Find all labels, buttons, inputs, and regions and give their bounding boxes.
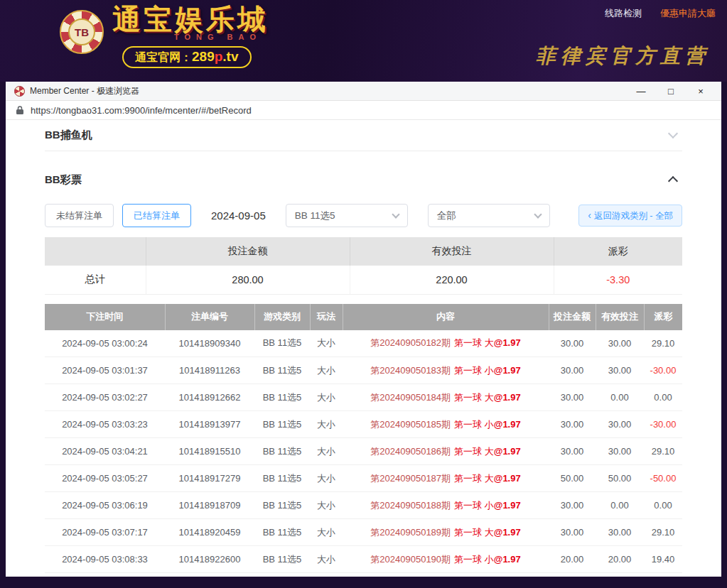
- cell-game-type: BB 11选5: [254, 519, 310, 546]
- bet-record-page: BB捕鱼机 BB彩票 未结算注单 已结算注单 2024-09-05 BB 11选…: [6, 120, 721, 576]
- cell-time: 2024-09-05 03:05:27: [45, 465, 165, 492]
- section-title-lottery: BB彩票: [45, 173, 82, 187]
- close-button[interactable]: ×: [686, 82, 716, 101]
- col-header-game: 游戏类别: [254, 304, 310, 330]
- chevron-down-icon[interactable]: [668, 128, 678, 138]
- summary-header-payout: 派彩: [554, 237, 682, 266]
- table-row: 2024-09-05 03:01:37 101418911263 BB 11选5…: [45, 357, 682, 384]
- cell-time: 2024-09-05 03:01:37: [45, 357, 165, 384]
- cell-content: 第202409050183期第一球 小@1.97: [343, 357, 549, 384]
- section-bb-fishing[interactable]: BB捕鱼机: [45, 120, 682, 151]
- cell-bet-amount: 30.00: [549, 384, 596, 411]
- cell-time: 2024-09-05 03:07:17: [45, 519, 165, 546]
- cell-order-number: 101418911263: [165, 357, 254, 384]
- cell-play-type: 大小: [310, 546, 343, 573]
- cell-bet-amount: 30.00: [549, 357, 596, 384]
- summary-total-label: 总计: [45, 266, 146, 294]
- table-row: 2024-09-05 03:05:27 101418917279 BB 11选5…: [45, 465, 682, 492]
- back-to-category-button[interactable]: ‹返回游戏类别 - 全部: [578, 205, 682, 227]
- cell-game-type: BB 11选5: [254, 357, 310, 384]
- casino-chip-icon: TB: [60, 10, 104, 54]
- cell-payout: 29.10: [644, 330, 682, 357]
- unsettled-bets-button[interactable]: 未结算注单: [45, 204, 114, 227]
- date-picker[interactable]: 2024-09-05: [211, 209, 266, 222]
- cell-content: 第202409050185期第一球 小@1.97: [343, 411, 549, 438]
- official-site-badge: 通宝官网：289p.tv: [122, 46, 252, 68]
- table-row: 2024-09-05 03:04:21 101418915510 BB 11选5…: [45, 438, 682, 465]
- line-check-link[interactable]: 线路检测: [605, 8, 642, 18]
- game-type-select[interactable]: BB 11选5: [286, 204, 408, 227]
- cell-bet-amount: 30.00: [549, 519, 596, 546]
- bet-pick: 第一球 大@1.97: [454, 337, 521, 348]
- cell-time: 2024-09-05 03:04:21: [45, 438, 165, 465]
- url-text[interactable]: https://tongbao31.com:9900/infe/mcenter/…: [31, 105, 252, 116]
- cell-order-number: 101418917279: [165, 465, 254, 492]
- cell-bet-amount: 30.00: [549, 438, 596, 465]
- cell-valid-bet: 30.00: [596, 438, 644, 465]
- section-bb-lottery[interactable]: BB彩票: [45, 164, 682, 195]
- summary-header-valid: 有效投注: [350, 237, 554, 266]
- bet-period: 第202409050190期: [370, 554, 451, 565]
- address-bar[interactable]: https://tongbao31.com:9900/infe/mcenter/…: [6, 101, 721, 120]
- chevron-up-icon[interactable]: [668, 176, 678, 186]
- cell-bet-amount: 20.00: [549, 546, 596, 573]
- filter-toolbar: 未结算注单 已结算注单 2024-09-05 BB 11选5 全部 ‹返回游戏类…: [45, 204, 682, 227]
- bet-period: 第202409050182期: [370, 337, 451, 348]
- official-site-tv: .tv: [222, 49, 238, 64]
- cell-payout: 0.00: [644, 492, 682, 519]
- cell-play-type: 大小: [310, 357, 343, 384]
- cell-bet-amount: 50.00: [549, 465, 596, 492]
- cell-time: 2024-09-05 03:03:23: [45, 411, 165, 438]
- cell-order-number: 101418920459: [165, 519, 254, 546]
- cell-order-number: 101418913977: [165, 411, 254, 438]
- cell-time: 2024-09-05 03:00:24: [45, 330, 165, 357]
- summary-table: 投注金额 有效投注 派彩 总计 280.00 220.00 -3.30: [45, 237, 682, 295]
- bet-period: 第202409050184期: [370, 392, 451, 403]
- official-site-label: 通宝官网：: [135, 51, 192, 63]
- table-header-row: 下注时间 注单编号 游戏类别 玩法 内容 投注金额 有效投注 派彩: [45, 304, 682, 330]
- bet-odds: @1.97: [494, 419, 521, 430]
- cell-play-type: 大小: [310, 384, 343, 411]
- cell-game-type: BB 11选5: [254, 411, 310, 438]
- cell-play-type: 大小: [310, 330, 343, 357]
- cell-game-type: BB 11选5: [254, 384, 310, 411]
- bet-record-table: 下注时间 注单编号 游戏类别 玩法 内容 投注金额 有效投注 派彩 2024-0…: [45, 304, 682, 574]
- bet-odds: @1.97: [494, 392, 521, 403]
- maximize-button[interactable]: □: [656, 82, 686, 101]
- cell-order-number: 101418915510: [165, 438, 254, 465]
- bet-pick: 第一球 大@1.97: [454, 392, 521, 403]
- cell-game-type: BB 11选5: [254, 330, 310, 357]
- top-banner: TB 通宝娱乐城 TONG BAO 通宝官网：289p.tv 线路检测優惠申請大…: [0, 0, 727, 82]
- cell-time: 2024-09-05 03:02:27: [45, 384, 165, 411]
- window-title: Member Center - 极速浏览器: [30, 85, 139, 97]
- chip-label: TB: [68, 18, 95, 45]
- col-header-payout: 派彩: [644, 304, 682, 330]
- minimize-button[interactable]: —: [626, 82, 656, 101]
- cell-content: 第202409050190期第一球 小@1.97: [343, 546, 549, 573]
- cell-game-type: BB 11选5: [254, 546, 310, 573]
- summary-bet-value: 280.00: [146, 266, 350, 294]
- promo-hall-link[interactable]: 優惠申請大廳: [660, 8, 716, 18]
- cell-payout: 19.40: [644, 546, 682, 573]
- cell-game-type: BB 11选5: [254, 492, 310, 519]
- chevron-down-icon: [392, 210, 399, 218]
- brand-name-cn: 通宝娱乐城: [112, 4, 269, 34]
- game-type-value: BB 11选5: [295, 209, 335, 222]
- play-type-select[interactable]: 全部: [428, 204, 550, 227]
- cell-bet-amount: 30.00: [549, 492, 596, 519]
- back-label: 返回游戏类别 - 全部: [594, 211, 673, 221]
- bet-odds: @1.97: [494, 365, 521, 376]
- bet-period: 第202409050183期: [370, 365, 451, 376]
- bet-pick: 第一球 小@1.97: [454, 365, 521, 376]
- cell-content: 第202409050188期第一球 小@1.97: [343, 492, 549, 519]
- bet-odds: @1.97: [494, 554, 521, 565]
- bet-period: 第202409050185期: [370, 419, 451, 430]
- cell-game-type: BB 11选5: [254, 438, 310, 465]
- cell-valid-bet: 30.00: [596, 357, 644, 384]
- cell-valid-bet: 30.00: [596, 411, 644, 438]
- official-site-number: 289: [192, 49, 215, 64]
- cell-content: 第202409050189期第一球 大@1.97: [343, 519, 549, 546]
- bet-pick: 第一球 小@1.97: [454, 500, 521, 511]
- col-header-content: 内容: [343, 304, 549, 330]
- settled-bets-button[interactable]: 已结算注单: [122, 204, 191, 227]
